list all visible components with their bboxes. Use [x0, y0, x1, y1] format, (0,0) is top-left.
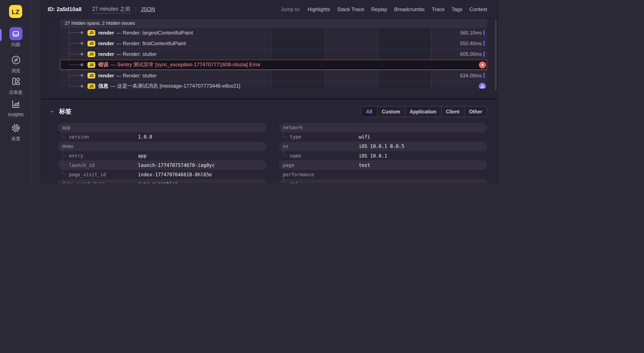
span-row[interactable]: JS信息— 这是一条测试消息 [message-1774707773446-e8…: [60, 81, 487, 89]
tree-connector: [283, 130, 287, 137]
scrollbar-thumb[interactable]: [495, 20, 497, 91]
jump-to-nav: Jump to: HighlightsStack TraceReplayBrea…: [281, 7, 487, 12]
jump-to-tags[interactable]: Tags: [452, 7, 462, 12]
tag-row[interactable]: network: [279, 123, 487, 132]
sidebar-item-label: Insights: [8, 112, 24, 117]
tree-connector: [69, 43, 81, 44]
tag-row[interactable]: demo_event_typesync_exception: [58, 179, 266, 183]
tree-connector: [62, 158, 66, 165]
header-separator: [136, 7, 136, 12]
tags-tab-all[interactable]: All: [362, 107, 377, 117]
jump-to-highlights[interactable]: Highlights: [308, 7, 330, 12]
span-duration: 634.00ms: [460, 73, 482, 78]
tag-row[interactable]: api: [279, 179, 487, 183]
js-platform-badge: JS: [88, 41, 96, 46]
span-op: render: [98, 41, 114, 46]
jump-to-context[interactable]: Context: [469, 7, 487, 12]
jump-to-replay[interactable]: Replay: [371, 7, 387, 12]
alert-icon[interactable]: [479, 83, 486, 89]
tree-node-dot: [80, 63, 84, 66]
span-row[interactable]: JSrender— Render: stutter605.00ms: [60, 49, 487, 59]
span-duration: 550.40ms: [460, 41, 482, 46]
issues-icon: [9, 27, 22, 40]
span-duration-bar: [484, 73, 485, 78]
tree-connector: [69, 75, 81, 76]
js-platform-badge: JS: [88, 62, 96, 68]
tree-node-dot: [80, 85, 84, 88]
span-row[interactable]: JSrender— Render: firstContentfulPaint55…: [60, 38, 487, 48]
span-duration-bar: [484, 41, 485, 46]
tags-tab-custom[interactable]: Custom: [377, 107, 405, 117]
event-time-ago[interactable]: 27 minutes 之前: [92, 5, 130, 14]
event-header: ID: 2a5d10a8 27 minutes 之前 JSON Jump to:…: [42, 0, 498, 19]
insights-icon: [9, 97, 22, 111]
tree-connector: [62, 168, 66, 175]
app-logo[interactable]: LZ: [9, 5, 22, 18]
section-divider: [42, 99, 498, 100]
span-duration-bar: [484, 30, 485, 35]
sidebar-item-label: 设置: [11, 136, 20, 142]
tag-row[interactable]: demo: [58, 142, 266, 151]
span-op: render: [98, 73, 114, 78]
tags-tab-application[interactable]: Application: [405, 107, 441, 117]
tag-value: sync_exception: [138, 181, 178, 183]
tag-key: app: [62, 125, 70, 130]
tag-row[interactable]: app: [58, 123, 266, 132]
tag-value: iOS 10.0.1: [359, 153, 388, 159]
tree-connector: [69, 64, 81, 65]
tree-connector: [283, 149, 287, 156]
tag-value: test: [359, 162, 370, 168]
tag-key: api: [290, 181, 298, 183]
tags-filter-tabs: AllCustomApplicationClientOther: [361, 106, 487, 117]
fire-icon[interactable]: [479, 61, 486, 68]
sidebar-item-设置[interactable]: 设置: [0, 121, 32, 142]
span-row[interactable]: JS错误— Sentry 测试异常 [sync_exception-177470…: [60, 59, 487, 70]
sidebar-item-浏览[interactable]: 浏览: [0, 54, 32, 74]
tag-row[interactable]: nameiOS 10.0.1: [279, 151, 487, 161]
span-duration: 605.00ms: [460, 51, 482, 57]
tag-row[interactable]: version1.0.0: [58, 132, 266, 142]
jump-to-trace[interactable]: Trace: [432, 7, 445, 12]
tag-key: demo: [62, 143, 73, 149]
tree-connector: [62, 130, 66, 137]
sidebar-divider: [5, 117, 26, 117]
tag-row[interactable]: entryapp: [58, 151, 266, 161]
js-platform-badge: JS: [88, 83, 96, 89]
tree-connector: [62, 149, 66, 156]
sidebar-item-仪表盘[interactable]: 仪表盘: [0, 75, 32, 95]
hidden-spans-summary[interactable]: 27 hidden spans, 2 hidden issues: [60, 19, 487, 28]
tag-key: os: [283, 143, 288, 149]
tag-row[interactable]: pagetest: [279, 161, 487, 170]
tags-tab-other[interactable]: Other: [464, 107, 486, 117]
jump-to-stack-trace[interactable]: Stack Trace: [337, 7, 364, 12]
span-row[interactable]: JSrender— Render: stutter634.00ms: [60, 70, 487, 81]
span-duration-bar: [484, 51, 485, 57]
compass-icon: [9, 54, 22, 67]
chevron-down-icon[interactable]: [50, 109, 54, 114]
tree-connector: [69, 33, 81, 33]
tag-key: entry: [69, 153, 83, 159]
gear-icon: [9, 121, 22, 135]
sidebar-item-label: 问题: [11, 42, 20, 48]
tag-value: wifi: [359, 134, 370, 140]
span-op: render: [98, 51, 114, 57]
js-platform-badge: JS: [88, 73, 96, 78]
tag-value: 1.0.0: [138, 134, 152, 140]
tree-connector: [69, 54, 81, 54]
tag-key: page_visit_id: [69, 172, 106, 177]
json-link[interactable]: JSON: [141, 6, 155, 12]
span-op: render: [98, 30, 114, 36]
tag-row[interactable]: page_visit_idindex-1774707646618-8hl65e: [58, 170, 266, 179]
sidebar-item-label: 浏览: [11, 68, 20, 74]
span-description: — Render: largestContentfulPaint: [116, 30, 193, 36]
jump-to-breadcrumbs[interactable]: Breadcrumbs: [394, 7, 425, 12]
tag-row[interactable]: launch_idlaunch-1774707574670-iag0yc: [58, 161, 266, 170]
sidebar-item-问题[interactable]: 问题: [0, 27, 32, 48]
tree-node-dot: [80, 53, 84, 56]
tags-tab-client[interactable]: Client: [441, 107, 464, 117]
tag-row[interactable]: performance: [279, 170, 487, 179]
sidebar-item-Insights[interactable]: Insights: [0, 97, 32, 117]
tag-row[interactable]: typewifi: [279, 132, 487, 142]
span-row[interactable]: JSrender— Render: largestContentfulPaint…: [60, 28, 487, 38]
tag-row[interactable]: osiOS 10.0.1 8.0.5: [279, 142, 487, 151]
